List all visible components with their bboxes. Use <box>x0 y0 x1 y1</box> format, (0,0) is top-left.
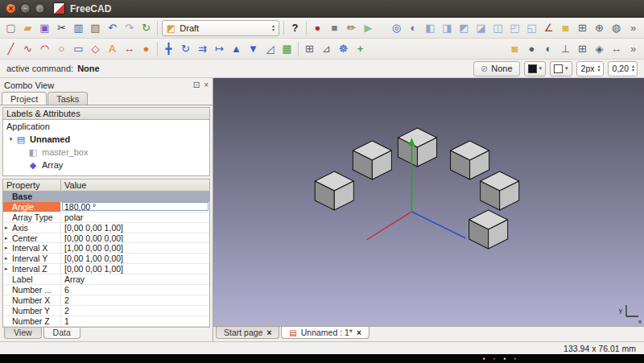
draft-text-icon[interactable]: A <box>104 40 121 58</box>
draft-wire-icon[interactable]: ∿ <box>19 40 36 58</box>
spinner-arrows-icon[interactable] <box>632 64 634 72</box>
tab-start-page[interactable]: Start page × <box>216 327 279 339</box>
tree-item-application[interactable]: Application <box>3 120 209 133</box>
window-maximize-button[interactable] <box>35 3 45 14</box>
property-expand-icon[interactable] <box>5 235 12 241</box>
draft-scale-icon[interactable]: ◿ <box>262 40 279 58</box>
prop-row-number-polar[interactable]: Number ... 6 <box>3 285 209 295</box>
tree-item-master-box[interactable]: ◧ master_box <box>3 146 209 159</box>
snap-grid-icon[interactable]: ⊞ <box>574 40 591 58</box>
prop-row-number-y[interactable]: Number Y 2 <box>3 306 209 316</box>
view-rear-icon[interactable]: ◫ <box>489 19 506 37</box>
property-column-header[interactable]: Property <box>3 179 61 191</box>
view-bottom-icon[interactable]: ◰ <box>506 19 523 37</box>
autogroup-button[interactable]: ⊘ None <box>473 61 520 76</box>
prop-row-interval-x[interactable]: Interval X [1,00 0,00 0,00] <box>3 243 209 254</box>
background-window[interactable]: ▪ ▪ ▪ ▪ <box>0 354 644 363</box>
zoom-fit-icon[interactable]: ◎ <box>388 19 405 37</box>
property-expand-icon[interactable] <box>5 266 12 272</box>
draft-point-icon[interactable]: ● <box>138 40 155 58</box>
prop-row-angle[interactable]: Angle 180,00 ° <box>3 202 209 212</box>
draw-style-icon[interactable]: ◐ <box>405 19 422 37</box>
prop-row-center[interactable]: Center [0,00 0,00 0,00] <box>3 233 209 244</box>
redo-icon[interactable]: ↷ <box>121 19 138 37</box>
value-column-header[interactable]: Value <box>61 179 209 191</box>
snap-perpendicular-icon[interactable]: ⊥ <box>557 40 574 58</box>
prop-row-base[interactable]: Base <box>3 192 209 202</box>
axis-cross-icon[interactable]: ⊕ <box>591 19 608 37</box>
prop-row-number-z[interactable]: Number Z 1 <box>3 316 209 327</box>
draft-rotate-icon[interactable]: ↻ <box>177 40 194 58</box>
draft-arc-icon[interactable]: ◠ <box>36 40 53 58</box>
snap-lock-icon[interactable]: ◙ <box>506 40 523 58</box>
draft-dimension-icon[interactable]: ↔ <box>121 40 138 58</box>
draft-upgrade-icon[interactable]: ▲ <box>228 40 245 58</box>
view-left-icon[interactable]: ◱ <box>523 19 540 37</box>
spinner-arrows-icon[interactable] <box>598 64 601 72</box>
save-icon[interactable]: ▣ <box>36 19 53 37</box>
dock-view-icon[interactable]: ⊞ <box>574 19 591 37</box>
tree-expander-icon[interactable]: ▾ <box>6 136 15 142</box>
window-close-button[interactable] <box>6 3 16 14</box>
draft-rectangle-icon[interactable]: ▭ <box>70 40 87 58</box>
draft-preferences-icon[interactable]: ☸ <box>335 40 352 58</box>
tab-data[interactable]: Data <box>43 328 80 339</box>
snap-working-plane-icon[interactable]: ◈ <box>591 40 608 58</box>
prop-row-axis[interactable]: Axis [0,00 0,00 1,00] <box>3 223 209 233</box>
draft-trimex-icon[interactable]: ↦ <box>211 40 228 58</box>
3d-view-canvas[interactable]: y x <box>213 78 644 326</box>
prop-row-label[interactable]: Label Array <box>3 274 209 285</box>
view-right-icon[interactable]: ◪ <box>473 19 489 37</box>
draft-working-plane-icon[interactable]: ⊿ <box>318 40 335 58</box>
snap-dimensions-icon[interactable]: ↔ <box>608 40 625 58</box>
view-front-icon[interactable]: ◨ <box>439 19 456 37</box>
float-panel-icon[interactable]: ⊡ <box>193 81 200 89</box>
close-panel-icon[interactable]: × <box>204 81 208 89</box>
tab-close-icon[interactable]: × <box>357 328 361 337</box>
snap-midpoint-icon[interactable]: ◐ <box>540 40 557 58</box>
view-isometric-icon[interactable]: ◧ <box>422 19 439 37</box>
draft-downgrade-icon[interactable]: ▼ <box>245 40 262 58</box>
tab-view[interactable]: View <box>4 328 42 339</box>
prop-row-interval-z[interactable]: Interval Z [0,00 0,00 1,00] <box>3 264 209 274</box>
undo-icon[interactable]: ↶ <box>104 19 121 37</box>
property-editor[interactable]: Base Angle 180,00 ° Array Type polar <box>2 192 210 328</box>
whatsthis-icon[interactable]: ? <box>287 19 303 37</box>
draft-shape2dview-icon[interactable]: ▦ <box>279 40 295 58</box>
new-document-icon[interactable]: ▢ <box>2 19 19 37</box>
toolbar-overflow-icon[interactable]: » <box>625 40 642 58</box>
combo-spinner-icon[interactable] <box>272 24 275 32</box>
transparency-icon[interactable]: ◍ <box>608 19 625 37</box>
tab-project[interactable]: Project <box>2 92 47 105</box>
draft-move-icon[interactable]: ╋ <box>160 40 177 58</box>
paste-icon[interactable]: ▧ <box>87 19 104 37</box>
macro-play-icon[interactable]: ▶ <box>360 19 377 37</box>
text-scale-spinbox[interactable]: 0,20 <box>608 61 638 76</box>
prop-row-number-x[interactable]: Number X 2 <box>3 295 209 306</box>
open-folder-icon[interactable]: ▰ <box>19 19 36 37</box>
tab-document-unnamed[interactable]: ▤ Unnamed : 1* × <box>281 327 369 339</box>
property-expand-icon[interactable] <box>5 225 12 231</box>
tree-item-array[interactable]: ◆ Array <box>3 159 209 171</box>
draft-toggle-grid-icon[interactable]: ⊞ <box>301 40 318 58</box>
model-tree[interactable]: Application ▾ ▤ Unnamed ◧ master_box <box>2 120 210 176</box>
macro-record-icon[interactable]: ● <box>309 19 326 37</box>
measure-distance-icon[interactable]: ∠ <box>540 19 557 37</box>
draft-polygon-icon[interactable]: ◇ <box>87 40 104 58</box>
lock-position-icon[interactable]: ◙ <box>557 19 574 37</box>
3d-viewport[interactable]: y x <box>213 78 644 326</box>
draft-heal-icon[interactable]: + <box>352 40 369 58</box>
macro-edit-icon[interactable]: ✏ <box>343 19 360 37</box>
window-minimize-button[interactable] <box>20 3 31 14</box>
property-expand-icon[interactable] <box>5 245 12 251</box>
prop-row-interval-y[interactable]: Interval Y [0,00 1,00 0,00] <box>3 254 209 264</box>
cut-icon[interactable]: ✂ <box>53 19 70 37</box>
prop-row-array-type[interactable]: Array Type polar <box>3 212 209 223</box>
draft-circle-icon[interactable]: ○ <box>53 40 70 58</box>
property-expand-icon[interactable] <box>5 255 12 262</box>
refresh-icon[interactable]: ↻ <box>138 19 155 37</box>
tree-item-unnamed[interactable]: ▾ ▤ Unnamed <box>3 133 209 146</box>
copy-icon[interactable]: ▥ <box>70 19 87 37</box>
tab-tasks[interactable]: Tasks <box>47 92 88 105</box>
macro-stop-icon[interactable]: ■ <box>326 19 343 37</box>
